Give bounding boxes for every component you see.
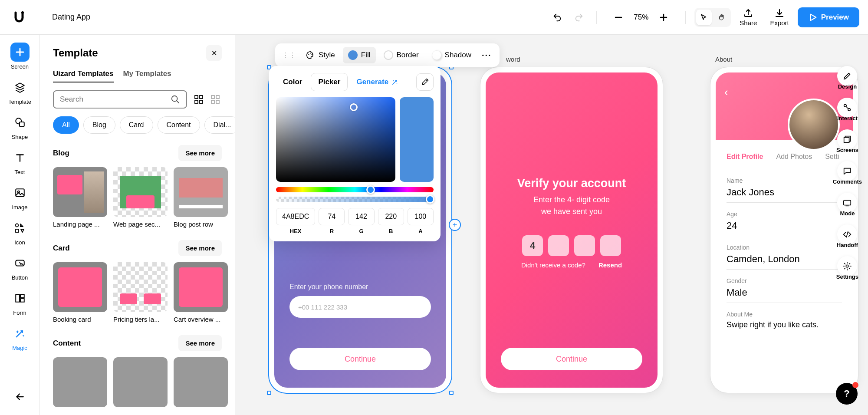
fill-tab[interactable]: Fill [343,47,376,63]
section-card: CardSee more Booking card Pricing tiers … [40,237,235,332]
rail-back[interactable] [0,387,39,406]
see-more-card[interactable]: See more [178,240,222,256]
project-name[interactable]: Dating App [52,13,90,22]
template-card[interactable] [174,357,228,411]
section-blog: BlogSee more Landing page ... Web page s… [40,142,235,237]
hex-input[interactable]: 4A8EDC [276,208,315,225]
alpha-knob[interactable] [426,195,434,204]
saturation-area[interactable] [276,97,395,182]
template-card[interactable]: Web page sec... [113,167,168,228]
style-tab[interactable]: Style [300,47,340,63]
rail-icon[interactable]: Icon [0,218,39,246]
rail-template[interactable]: Template [0,78,39,105]
see-more-blog[interactable]: See more [178,145,222,161]
r-input[interactable]: 74 [319,208,345,225]
alpha-slider[interactable] [276,197,434,202]
tab-my-templates[interactable]: My Templates [123,69,171,82]
zoom-out-button[interactable] [610,9,627,26]
b-input[interactable]: 220 [378,208,404,225]
rail-screen[interactable]: Screen [0,43,39,70]
shadow-tab[interactable]: Shadow [427,47,477,63]
template-card[interactable] [53,357,107,411]
chip-blog[interactable]: Blog [83,116,115,134]
back-icon[interactable]: ‹ [724,86,728,99]
svg-rect-19 [200,96,203,99]
redo-button[interactable] [570,9,588,26]
top-bar: Dating App 75% Share Export Preview [0,0,868,35]
profile-tab-photos[interactable]: Add Photos [776,153,812,161]
list-view-button[interactable] [209,93,222,106]
logo [13,11,26,24]
avatar[interactable] [788,99,840,151]
gender-value[interactable]: Male [727,284,842,303]
template-card[interactable]: Blog post row [174,167,228,228]
add-connection-handle[interactable]: + [449,219,461,231]
zoom-value[interactable]: 75% [634,13,648,22]
search-input[interactable] [60,95,171,104]
see-more-content[interactable]: See more [178,335,222,351]
chip-content[interactable]: Content [158,116,200,134]
artboard-label[interactable]: About [715,56,732,63]
rail-magic[interactable]: Magic [0,324,39,351]
section-content: ContentSee more [40,332,235,415]
continue-button[interactable]: Continue [501,348,642,370]
hue-slider[interactable] [276,187,434,192]
template-card[interactable]: Cart overview ... [174,262,228,323]
code-digit-4[interactable] [600,235,621,256]
eyedropper-button[interactable] [416,73,434,91]
saturation-cursor[interactable] [350,103,358,111]
rail-image[interactable]: Image [0,183,39,211]
template-search[interactable] [53,90,187,109]
rail-text[interactable]: Text [0,148,39,175]
location-value[interactable]: Camden, London [727,251,842,270]
code-digit-1[interactable]: 4 [522,235,543,256]
template-card[interactable]: Pricing tiers la... [113,262,168,323]
grid-view-button[interactable] [192,93,205,106]
picker-tab-generate[interactable]: Generate [349,73,406,91]
g-input[interactable]: 142 [348,208,374,225]
hue-knob[interactable] [366,185,375,194]
export-action[interactable]: Export [766,8,793,26]
template-card[interactable] [113,357,168,411]
svg-point-28 [312,54,312,55]
share-action[interactable]: Share [735,8,761,26]
chip-all[interactable]: All [53,116,79,134]
svg-rect-11 [16,229,19,232]
template-card[interactable]: Landing page ... [53,167,107,228]
chip-dialog[interactable]: Dial... [204,116,235,134]
picker-tab-color[interactable]: Color [276,73,309,91]
comments-label: Comments [833,178,862,185]
phone-input[interactable]: +00 111 222 333 [289,296,431,318]
code-digit-3[interactable] [574,235,595,256]
a-input[interactable]: 100 [408,208,434,225]
help-button[interactable]: ? [836,383,858,405]
preview-button[interactable]: Preview [798,7,859,27]
name-value[interactable]: Jack Jones [727,184,842,203]
rail-shape[interactable]: Shape [0,113,39,140]
template-card[interactable]: Booking card [53,262,107,323]
continue-button[interactable]: Continue [289,348,431,370]
rail-button[interactable]: Button [0,254,39,281]
aboutme-value[interactable]: Swipe right if you like cats. [727,318,842,329]
panel-title: Template [53,47,98,59]
more-button[interactable]: ··· [479,50,494,60]
location-label: Location [727,244,842,251]
chip-card[interactable]: Card [120,116,153,134]
age-value[interactable]: 24 [727,217,842,236]
svg-rect-15 [20,299,24,302]
picker-tab-picker[interactable]: Picker [311,73,348,91]
resend-button[interactable]: Resend [598,261,622,269]
hand-cursor-button[interactable] [713,10,729,25]
tab-uizard-templates[interactable]: Uizard Templates [53,69,114,82]
select-cursor-button[interactable] [696,10,712,25]
undo-button[interactable] [549,9,566,26]
rail-form[interactable]: Form [0,289,39,316]
artboard-label[interactable]: word [506,56,520,63]
panel-close-button[interactable]: ✕ [206,45,222,61]
drag-handle-icon[interactable]: ⋮⋮ [280,51,298,59]
profile-tab-edit[interactable]: Edit Profile [727,153,763,161]
zoom-in-button[interactable] [655,9,672,26]
artboard-verify[interactable]: Verify your account Enter the 4- digit c… [480,67,663,393]
border-tab[interactable]: Border [378,47,424,63]
code-digit-2[interactable] [548,235,569,256]
